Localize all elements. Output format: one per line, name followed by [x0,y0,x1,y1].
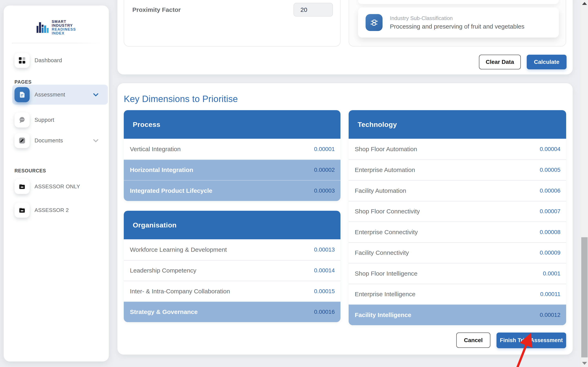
industry-subclassification-label: Industry Sub-Classification [390,15,525,21]
dimension-label: Shop Floor Automation [355,146,417,153]
table-row: Leadership Competency 0.00014 [124,260,340,281]
calculate-button[interactable]: Calculate [527,55,567,69]
dimension-label: Shop Floor Intelligence [355,270,417,277]
sidebar-item-label: ASSESSOR ONLY [35,184,80,190]
proximity-factor-value: 20 [300,6,307,13]
table-row: Facility Automation 0.00006 [349,180,566,201]
scrollbar-thumb[interactable] [581,237,588,357]
proximity-factor-label: Proximity Factor [132,4,181,16]
table-row-highlighted: Facility Intelligence 0.00012 [349,304,566,325]
sidebar-item-assessment[interactable]: Assessment [12,85,108,105]
process-table-header: Process [124,110,340,139]
dimension-value: 0.00007 [540,208,561,215]
dimension-value: 0.00013 [314,246,335,253]
dimension-value: 0.00005 [540,167,561,173]
dimension-value: 0.0001 [543,270,561,277]
table-row: Shop Floor Automation 0.00004 [349,139,566,159]
dimension-label: Enterprise Connectivity [355,229,418,236]
table-row: Vertical Integration 0.00001 [124,139,340,159]
sidebar-item-label: Dashboard [35,57,62,64]
sidebar-item-label: Support [35,117,54,123]
scrollbar-down-arrow-icon[interactable] [582,362,587,365]
card-above-sliver [358,0,559,4]
dimension-value: 0.00006 [540,187,561,194]
siri-bars-logo-icon [36,21,49,34]
dimension-label: Facility Connectivity [355,249,409,256]
dashboard-grid-icon [15,53,30,68]
support-chat-icon [15,112,30,127]
classification-nodes-icon [366,14,382,31]
table-row: Enterprise Connectivity 0.00008 [349,222,566,242]
dimension-label: Strategy & Governance [130,309,198,315]
dimension-value: 0.00014 [314,267,335,274]
chevron-down-icon[interactable] [92,91,99,98]
table-row: Shop Floor Intelligence 0.0001 [349,263,566,284]
dimension-value: 0.00001 [314,146,335,152]
technology-table-header: Technology [349,110,566,139]
table-row: Enterprise Intelligence 0.00011 [349,284,566,305]
dimension-value: 0.00012 [540,312,561,318]
sidebar-item-documents[interactable]: Documents [12,131,108,150]
folder-icon [15,203,30,218]
sidebar-item-assessor-only[interactable]: ASSESSOR ONLY [12,176,108,196]
dimension-label: Leadership Competency [130,267,196,274]
industry-subclassification-value: Processing and preserving of fruit and v… [390,23,525,30]
dimension-value: 0.00009 [540,250,561,256]
sidebar-item-support[interactable]: Support [12,110,108,130]
dimension-value: 0.00011 [540,291,561,297]
app-logo: SMART INDUSTRY READINESS INDEX [4,20,109,35]
sidebar-item-label: Assessment [35,92,65,98]
proximity-factor-input[interactable]: 20 [294,3,333,17]
sidebar-item-label: Documents [35,137,63,144]
dimension-label: Vertical Integration [130,146,181,153]
dimension-label: Integrated Product Lifecycle [130,187,212,194]
sidebar: SMART INDUSTRY READINESS INDEX Dashboard… [4,6,109,361]
dimension-label: Enterprise Intelligence [355,291,415,298]
dimension-value: 0.00015 [314,288,335,295]
logo-text: SMART INDUSTRY READINESS INDEX [52,20,76,35]
table-row: Inter- & Intra-Company Collaboration 0.0… [124,281,340,301]
table-row-highlighted: Strategy & Governance 0.00016 [124,301,340,322]
dimension-label: Shop Floor Connectivity [355,208,420,215]
cancel-button[interactable]: Cancel [456,333,490,348]
industry-subclassification-tile: Industry Sub-Classification Processing a… [358,8,559,38]
dimension-label: Workforce Learning & Development [130,246,227,253]
sidebar-item-dashboard[interactable]: Dashboard [12,50,108,70]
sidebar-section-resources: RESOURCES [15,168,46,174]
documents-pencil-icon [15,133,30,148]
scrollbar-up-arrow-icon[interactable] [582,2,587,5]
dimension-label: Horizontal Integration [130,167,193,173]
organisation-table-header: Organisation [124,211,340,239]
red-arrow-annotation [504,333,545,367]
table-row-highlighted: Horizontal Integration 0.00002 [124,159,340,180]
dimension-label: Inter- & Intra-Company Collaboration [130,288,230,295]
dimension-label: Facility Intelligence [355,311,411,318]
table-row: Facility Connectivity 0.00009 [349,242,566,263]
sidebar-section-pages: PAGES [15,79,32,85]
organisation-table: Organisation Workforce Learning & Develo… [124,211,340,322]
table-row-highlighted: Integrated Product Lifecycle 0.00003 [124,180,340,201]
dimension-value: 0.00008 [540,229,561,235]
dimension-value: 0.00002 [314,167,335,173]
dimension-value: 0.00016 [314,309,335,315]
sidebar-item-assessor-2[interactable]: ASSESSOR 2 [12,200,108,220]
sidebar-divider [12,43,102,43]
chevron-down-icon[interactable] [92,137,99,144]
sidebar-item-label: ASSESSOR 2 [35,207,69,213]
assessment-document-icon [15,87,30,102]
process-table: Process Vertical Integration 0.00001 Hor… [124,110,340,201]
key-dimensions-title: Key Dimensions to Prioritise [124,94,238,104]
dimension-value: 0.00004 [540,146,561,152]
folder-icon [15,179,30,194]
dimension-label: Enterprise Automation [355,167,415,173]
table-row: Enterprise Automation 0.00005 [349,159,566,180]
dimension-value: 0.00003 [314,187,335,194]
table-row: Shop Floor Connectivity 0.00007 [349,201,566,222]
dimension-label: Facility Automation [355,187,406,194]
technology-table: Technology Shop Floor Automation 0.00004… [349,110,566,325]
clear-data-button[interactable]: Clear Data [479,55,521,69]
table-row: Workforce Learning & Development 0.00013 [124,239,340,260]
